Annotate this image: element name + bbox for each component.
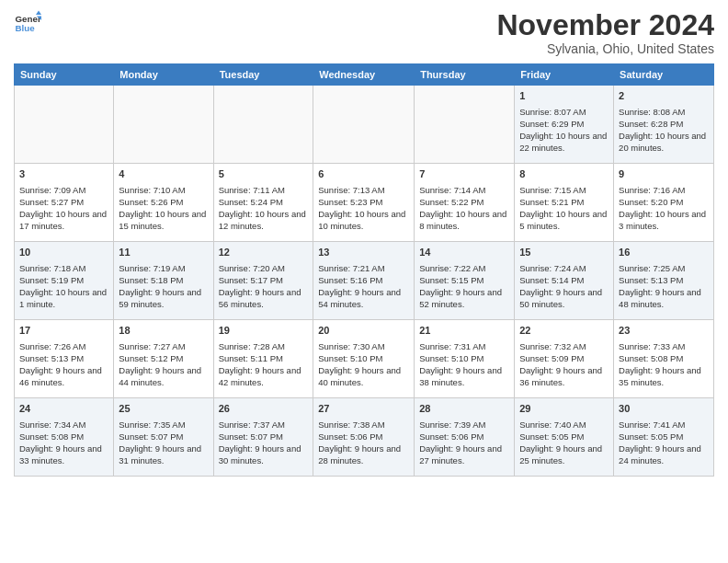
calendar-week-row: 10Sunrise: 7:18 AMSunset: 5:19 PMDayligh… bbox=[15, 242, 714, 320]
day-info-line: Sunrise: 7:22 AM bbox=[419, 262, 509, 274]
day-info-line: Daylight: 9 hours and 44 minutes. bbox=[119, 364, 208, 389]
calendar-cell: 3Sunrise: 7:09 AMSunset: 5:27 PMDaylight… bbox=[15, 164, 114, 242]
calendar-cell: 2Sunrise: 8:08 AMSunset: 6:28 PMDaylight… bbox=[614, 86, 714, 164]
day-info-line: Sunset: 5:23 PM bbox=[318, 196, 409, 208]
day-info-line: Sunset: 5:10 PM bbox=[318, 352, 409, 364]
day-info-line: Daylight: 10 hours and 17 minutes. bbox=[19, 208, 108, 233]
calendar-cell: 25Sunrise: 7:35 AMSunset: 5:07 PMDayligh… bbox=[114, 398, 213, 477]
calendar-cell bbox=[114, 86, 213, 164]
calendar-cell: 26Sunrise: 7:37 AMSunset: 5:07 PMDayligh… bbox=[213, 398, 313, 477]
calendar-header-thursday: Thursday bbox=[415, 64, 515, 86]
day-info-line: Sunset: 5:13 PM bbox=[619, 274, 709, 286]
calendar-cell bbox=[415, 86, 515, 164]
day-info-line: Sunrise: 7:35 AM bbox=[119, 419, 208, 431]
day-info-line: Sunset: 5:11 PM bbox=[219, 352, 309, 364]
calendar-cell: 19Sunrise: 7:28 AMSunset: 5:11 PMDayligh… bbox=[213, 320, 313, 398]
calendar-cell: 4Sunrise: 7:10 AMSunset: 5:26 PMDaylight… bbox=[114, 164, 213, 242]
day-info-line: Daylight: 9 hours and 46 minutes. bbox=[19, 364, 108, 389]
day-info-line: Sunset: 5:24 PM bbox=[219, 196, 309, 208]
svg-text:Blue: Blue bbox=[16, 23, 36, 33]
day-info-line: Daylight: 9 hours and 54 minutes. bbox=[318, 286, 409, 311]
calendar-cell: 9Sunrise: 7:16 AMSunset: 5:20 PMDaylight… bbox=[614, 164, 714, 242]
day-number: 8 bbox=[519, 167, 609, 181]
calendar-cell: 24Sunrise: 7:34 AMSunset: 5:08 PMDayligh… bbox=[15, 398, 114, 477]
day-number: 16 bbox=[619, 246, 709, 259]
day-info-line: Sunrise: 7:25 AM bbox=[619, 262, 709, 274]
day-info-line: Sunset: 6:28 PM bbox=[619, 118, 709, 130]
calendar-week-row: 3Sunrise: 7:09 AMSunset: 5:27 PMDaylight… bbox=[15, 164, 714, 242]
day-number: 2 bbox=[619, 89, 709, 103]
day-info-line: Daylight: 10 hours and 20 minutes. bbox=[619, 130, 709, 155]
calendar-cell: 12Sunrise: 7:20 AMSunset: 5:17 PMDayligh… bbox=[213, 242, 313, 320]
day-number: 3 bbox=[19, 167, 108, 181]
calendar-cell: 27Sunrise: 7:38 AMSunset: 5:06 PMDayligh… bbox=[313, 398, 415, 477]
day-info-line: Sunrise: 7:38 AM bbox=[318, 419, 409, 431]
day-number: 15 bbox=[519, 246, 609, 259]
day-info-line: Sunset: 5:14 PM bbox=[519, 274, 609, 286]
svg-marker-2 bbox=[36, 11, 41, 16]
calendar-week-row: 1Sunrise: 8:07 AMSunset: 6:29 PMDaylight… bbox=[15, 86, 714, 164]
day-info-line: Daylight: 10 hours and 22 minutes. bbox=[519, 130, 609, 155]
day-info-line: Daylight: 10 hours and 1 minute. bbox=[19, 286, 108, 311]
calendar-cell: 30Sunrise: 7:41 AMSunset: 5:05 PMDayligh… bbox=[614, 398, 714, 477]
day-number: 14 bbox=[419, 246, 509, 259]
calendar-header-tuesday: Tuesday bbox=[213, 64, 313, 86]
day-number: 28 bbox=[419, 402, 509, 416]
day-info-line: Sunset: 5:22 PM bbox=[419, 196, 509, 208]
calendar-cell bbox=[15, 86, 114, 164]
day-number: 30 bbox=[619, 402, 709, 416]
day-number: 19 bbox=[219, 324, 309, 338]
calendar-cell: 15Sunrise: 7:24 AMSunset: 5:14 PMDayligh… bbox=[515, 242, 614, 320]
calendar-cell: 22Sunrise: 7:32 AMSunset: 5:09 PMDayligh… bbox=[515, 320, 614, 398]
calendar-cell: 1Sunrise: 8:07 AMSunset: 6:29 PMDaylight… bbox=[515, 86, 614, 164]
day-info-line: Daylight: 9 hours and 33 minutes. bbox=[19, 442, 108, 467]
day-info-line: Daylight: 10 hours and 15 minutes. bbox=[119, 208, 208, 233]
day-info-line: Sunset: 5:07 PM bbox=[219, 431, 309, 442]
day-info-line: Sunset: 5:16 PM bbox=[318, 274, 409, 286]
day-info-line: Sunrise: 7:11 AM bbox=[219, 184, 309, 196]
day-info-line: Daylight: 9 hours and 59 minutes. bbox=[119, 286, 208, 311]
calendar-cell bbox=[213, 86, 313, 164]
logo: General Blue bbox=[14, 9, 41, 37]
day-info-line: Daylight: 9 hours and 30 minutes. bbox=[219, 442, 309, 467]
calendar-cell: 8Sunrise: 7:15 AMSunset: 5:21 PMDaylight… bbox=[515, 164, 614, 242]
header: General Blue November 2024 Sylvania, Ohi… bbox=[14, 9, 714, 56]
day-info-line: Sunrise: 7:24 AM bbox=[519, 262, 609, 274]
day-number: 25 bbox=[119, 402, 208, 416]
day-info-line: Sunrise: 7:19 AM bbox=[119, 262, 208, 274]
calendar-cell: 6Sunrise: 7:13 AMSunset: 5:23 PMDaylight… bbox=[313, 164, 415, 242]
day-number: 1 bbox=[519, 89, 609, 103]
day-number: 6 bbox=[318, 167, 409, 181]
day-info-line: Daylight: 9 hours and 36 minutes. bbox=[519, 364, 609, 389]
day-info-line: Sunrise: 7:40 AM bbox=[519, 419, 609, 431]
day-info-line: Sunrise: 7:27 AM bbox=[119, 340, 208, 352]
calendar-week-row: 17Sunrise: 7:26 AMSunset: 5:13 PMDayligh… bbox=[15, 320, 714, 398]
logo-icon: General Blue bbox=[14, 9, 41, 37]
day-info-line: Sunset: 5:17 PM bbox=[219, 274, 309, 286]
day-info-line: Sunset: 5:05 PM bbox=[619, 431, 709, 442]
day-info-line: Sunrise: 7:30 AM bbox=[318, 340, 409, 352]
day-number: 5 bbox=[219, 167, 309, 181]
calendar-header-sunday: Sunday bbox=[15, 64, 114, 86]
day-info-line: Daylight: 9 hours and 24 minutes. bbox=[619, 442, 709, 467]
calendar-header-row: SundayMondayTuesdayWednesdayThursdayFrid… bbox=[15, 64, 714, 86]
day-number: 27 bbox=[318, 402, 409, 416]
calendar-cell: 13Sunrise: 7:21 AMSunset: 5:16 PMDayligh… bbox=[313, 242, 415, 320]
day-info-line: Daylight: 10 hours and 5 minutes. bbox=[519, 208, 609, 233]
day-info-line: Daylight: 9 hours and 27 minutes. bbox=[419, 442, 509, 467]
day-number: 29 bbox=[519, 402, 609, 416]
day-info-line: Sunrise: 7:15 AM bbox=[519, 184, 609, 196]
day-info-line: Sunset: 5:09 PM bbox=[519, 352, 609, 364]
day-info-line: Sunrise: 7:21 AM bbox=[318, 262, 409, 274]
day-info-line: Sunrise: 7:16 AM bbox=[619, 184, 709, 196]
month-title: November 2024 bbox=[496, 9, 714, 41]
calendar-header-friday: Friday bbox=[515, 64, 614, 86]
day-info-line: Daylight: 9 hours and 52 minutes. bbox=[419, 286, 509, 311]
day-info-line: Sunrise: 7:33 AM bbox=[619, 340, 709, 352]
day-number: 18 bbox=[119, 324, 208, 338]
day-info-line: Daylight: 10 hours and 10 minutes. bbox=[318, 208, 409, 233]
day-info-line: Sunrise: 7:13 AM bbox=[318, 184, 409, 196]
day-number: 23 bbox=[619, 324, 709, 338]
day-info-line: Sunrise: 7:14 AM bbox=[419, 184, 509, 196]
calendar-header-saturday: Saturday bbox=[614, 64, 714, 86]
